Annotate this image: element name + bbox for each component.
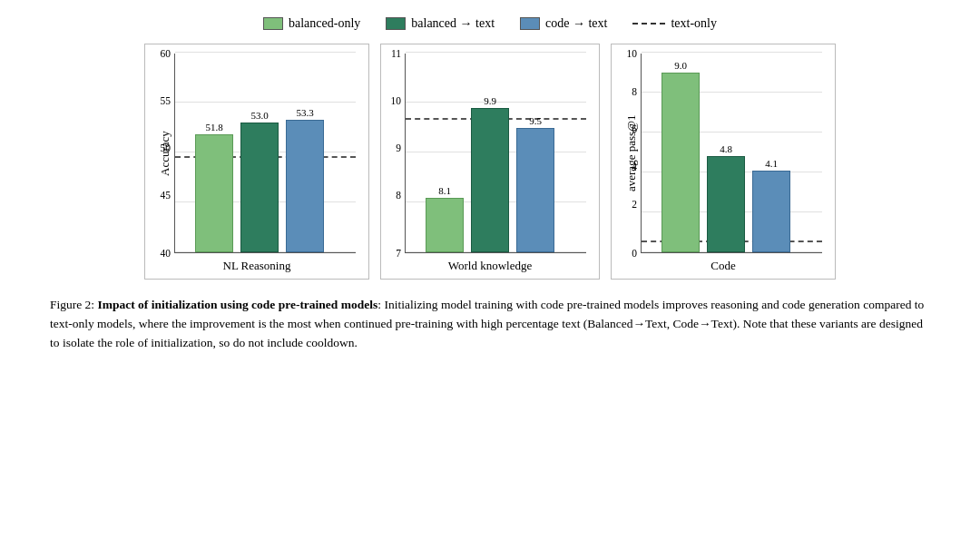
figure-caption: Figure 2: Impact of initialization using… [50,296,930,353]
bar-rect [516,128,554,253]
chart-world-knowledge: 11 10 9 8 7 [380,44,600,280]
bar-code-text-code: 4.1 [752,158,790,252]
y-tick: 50 [147,142,171,153]
bar-rect [195,134,233,252]
bar-value: 8.1 [438,185,451,196]
bar-balanced-only-wk: 8.1 [426,185,464,253]
x-axis-label-code: Code [710,259,735,273]
y-tick: 9 [377,142,401,153]
y-tick: 4 [617,162,637,172]
legend-item-code-text: code → text [520,16,607,31]
chart-inner-nl: 51.8 53.0 53.3 [174,54,356,253]
y-tick: 10 [377,95,401,106]
caption-prefix: Figure 2: [50,298,98,311]
bar-balanced-only-code: 9.0 [662,60,700,252]
chart-legend: balanced-only balanced → text code → tex… [263,16,717,31]
chart-nl-reasoning: Accuracy 60 55 50 45 40 [144,44,369,280]
bar-code-text-nl: 53.3 [286,107,324,252]
bar-balanced-only-nl: 51.8 [195,122,233,252]
chart-area-wk: 11 10 9 8 7 [394,54,586,253]
bar-balanced-text-wk: 9.9 [471,95,509,253]
y-tick: 40 [147,248,171,259]
bar-rect [707,156,745,252]
y-tick: 8 [377,190,401,201]
caption-bold: Impact of initialization using code pre-… [98,298,378,311]
gridline [175,52,356,53]
chart-area-code: average pass@1 10 8 6 4 2 0 [624,54,822,253]
legend-label-code-text: code → text [545,16,607,31]
legend-swatch-balanced-only [263,17,283,30]
bars-group-wk: 8.1 9.9 9.5 [426,95,554,253]
bar-code-text-wk: 9.5 [516,115,554,253]
y-tick: 55 [147,95,171,106]
legend-item-balanced-text: balanced → text [386,16,495,31]
bar-value: 53.3 [296,107,313,118]
charts-container: Accuracy 60 55 50 45 40 [27,44,953,280]
y-tick: 10 [617,48,637,59]
bars-group-nl: 51.8 53.0 53.3 [195,107,324,252]
x-axis-label-wk: World knowledge [448,259,532,273]
chart-inner-wk: 8.1 9.9 9.5 [405,54,586,253]
legend-label-text-only: text-only [671,16,717,31]
legend-dash-text-only [632,23,665,25]
y-tick: 45 [147,190,171,201]
gridline [406,52,586,53]
y-tick: 11 [377,48,401,59]
y-tick: 0 [617,248,637,259]
x-axis-label-nl: NL Reasoning [223,259,291,273]
bar-value: 9.0 [674,60,687,71]
bar-balanced-text-nl: 53.0 [240,110,279,252]
legend-swatch-code-text [520,17,540,30]
chart-area-nl: Accuracy 60 55 50 45 40 [158,54,356,253]
y-tick: 60 [147,48,171,59]
bar-value: 9.9 [484,95,496,106]
chart-code: average pass@1 10 8 6 4 2 0 [611,44,836,280]
bar-rect [240,123,279,252]
bar-rect [286,120,324,252]
legend-label-balanced-text: balanced → text [411,16,495,31]
bar-value: 53.0 [250,110,268,121]
bar-value: 51.8 [205,122,222,133]
bar-value: 9.5 [529,115,542,126]
legend-swatch-balanced-text [386,17,406,30]
bar-value: 4.8 [720,143,732,154]
bar-value: 4.1 [765,158,778,169]
chart-inner-code: 9.0 4.8 4.1 [641,54,822,253]
bar-rect [752,171,790,252]
gridline [175,102,356,103]
bars-group-code: 9.0 4.8 4.1 [662,60,790,252]
y-tick: 7 [377,248,401,259]
legend-item-text-only: text-only [632,16,717,31]
y-tick: 8 [617,86,637,97]
bar-rect [426,198,464,253]
legend-item-balanced-only: balanced-only [263,16,360,31]
y-tick: 2 [617,199,637,210]
bar-rect [471,108,509,253]
bar-balanced-text-code: 4.8 [707,143,745,252]
bar-rect [662,73,700,252]
legend-label-balanced-only: balanced-only [289,16,360,31]
y-tick: 6 [617,123,637,134]
gridline [642,52,822,53]
